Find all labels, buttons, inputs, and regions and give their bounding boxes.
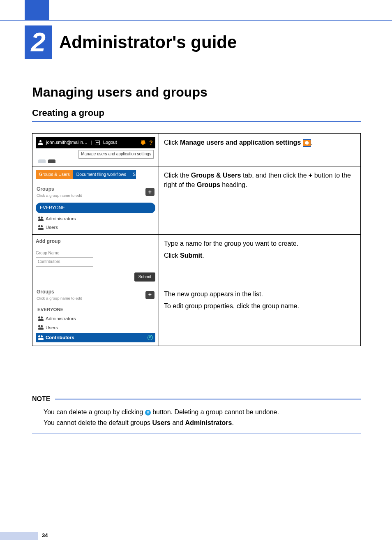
text: Click [164, 139, 180, 146]
help-icon[interactable]: ? [149, 138, 153, 147]
text: . [232, 419, 233, 426]
tab-placeholder [48, 159, 55, 163]
text: tab, and then click the [241, 172, 309, 179]
add-group-button[interactable]: + [145, 291, 154, 299]
groups-subtext: Click a group name to edit [37, 193, 82, 199]
group-item-admins[interactable]: Administrators [36, 315, 155, 322]
text: button. Deleting a group cannot be undon… [151, 409, 279, 416]
step4-instruction: The new group appears in the list. To ed… [159, 285, 360, 346]
text-bold: Groups [197, 181, 220, 188]
chapter-heading: 2 Administrator's guide [25, 25, 367, 59]
field-label: Group Name [36, 250, 155, 256]
groups-subtext: Click a group name to edit [37, 295, 82, 301]
text: heading. [220, 181, 247, 188]
note-rule-bottom [32, 434, 361, 434]
tabs: Groups & Users Document filing workflows… [36, 170, 155, 179]
text: and [171, 419, 185, 426]
text: . [202, 252, 204, 259]
section-heading: Managing users and groups [32, 85, 208, 100]
chapter-number: 2 [25, 25, 52, 59]
step3-screenshot-cell: Add group Group Name Contributors Submit [32, 235, 159, 285]
settings-tooltip: Manage users and application settings [78, 150, 154, 159]
tab-groups-users[interactable]: Groups & Users [36, 170, 73, 179]
group-item-label: Administrators [46, 215, 76, 222]
note-rule [55, 399, 361, 399]
logout-icon [95, 141, 100, 145]
user-label: john.smith@mailin… [46, 139, 88, 146]
tab-strip [38, 159, 153, 163]
text-bold: Submit [180, 252, 202, 259]
group-item-label: Users [46, 224, 58, 231]
step3-instruction: Type a name for the group you want to cr… [159, 235, 360, 285]
page-footer-tab [0, 532, 38, 540]
logout-link[interactable]: Logout [103, 139, 117, 146]
steps-table: john.smith@mailin… | Logout ? Manage use… [32, 133, 361, 346]
note-label: NOTE [32, 395, 50, 403]
chapter-title: Administrator's guide [59, 32, 237, 52]
subsection-heading: Creating a group [32, 108, 361, 122]
panel-title: Add group [36, 238, 155, 245]
delete-group-icon[interactable]: ✕ [148, 335, 153, 340]
step2-screenshot-cell: Groups & Users Document filing workflows… [32, 166, 159, 235]
header-accent-square [25, 0, 49, 20]
add-group-button[interactable]: + [145, 188, 154, 196]
groups-heading: Groups [37, 289, 82, 295]
text: The new group appears in the list. [164, 289, 355, 299]
text: . [311, 139, 313, 146]
group-everyone[interactable]: EVERYONE [36, 306, 155, 313]
step4-screenshot-cell: Groups Click a group name to edit + EVER… [32, 285, 159, 346]
group-item-contributors[interactable]: Contributors ✕ [36, 333, 155, 342]
group-item-label: Contributors [46, 334, 74, 341]
text-bold: Manage users and application settings [180, 139, 301, 146]
text-bold: + [309, 172, 312, 179]
text-bold: Users [152, 419, 171, 426]
page-number: 34 [42, 532, 48, 538]
step2-instruction: Click the Groups & Users tab, and then c… [159, 166, 360, 235]
page-header-band [0, 0, 392, 20]
text-bold: Administrators [185, 419, 232, 426]
settings-icon-inline [303, 139, 311, 147]
text: You cannot delete the default groups [44, 419, 152, 426]
settings-icon[interactable] [140, 140, 146, 145]
step1-instruction: Click Manage users and application setti… [159, 134, 360, 166]
text-bold: Groups & Users [191, 172, 241, 179]
group-item-label: Users [46, 324, 58, 331]
user-icon [38, 140, 43, 145]
group-name-input[interactable]: Contributors [36, 257, 93, 267]
group-item-users[interactable]: Users [36, 324, 155, 331]
app-topbar: john.smith@mailin… | Logout ? [36, 137, 155, 148]
note-box: NOTE You can delete a group by clicking … [32, 395, 361, 434]
tab-workflows[interactable]: Document filing workflows [73, 170, 129, 179]
text: To edit group properties, click the grou… [164, 301, 355, 311]
group-item-users[interactable]: Users [36, 224, 155, 231]
text: Click [164, 252, 180, 259]
groups-heading: Groups [37, 186, 82, 193]
submit-button[interactable]: Submit [134, 272, 155, 282]
text: Type a name for the group you want to cr… [164, 239, 355, 248]
text: You can delete a group by clicking [44, 409, 145, 416]
separator: | [91, 139, 92, 146]
step1-screenshot-cell: john.smith@mailin… | Logout ? Manage use… [32, 134, 159, 166]
delete-icon-inline: ✕ [145, 410, 151, 416]
tab-placeholder [38, 159, 46, 163]
tab-overflow[interactable]: S [129, 170, 136, 179]
group-item-label: Administrators [46, 315, 76, 322]
group-everyone[interactable]: EVERYONE [36, 203, 155, 213]
text: Click the [164, 172, 191, 179]
group-item-admins[interactable]: Administrators [36, 215, 155, 222]
header-rule [0, 20, 392, 21]
